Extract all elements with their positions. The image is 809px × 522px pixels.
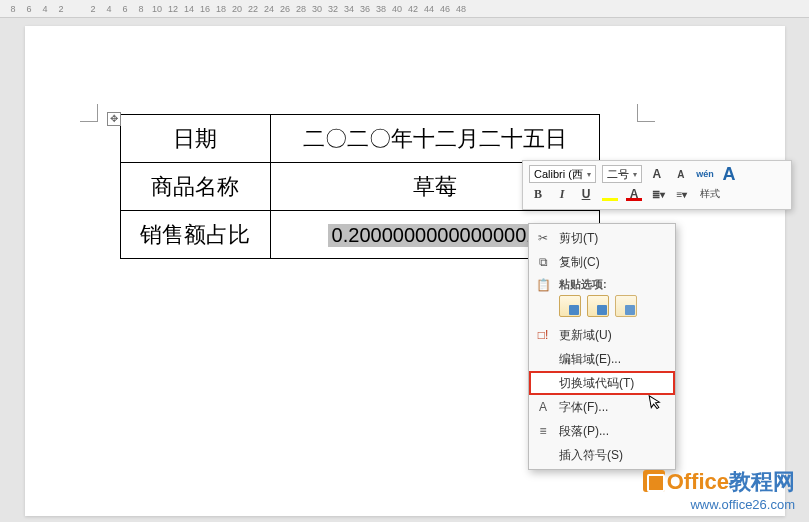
bold-button[interactable]: B [529,185,547,203]
increase-font-icon[interactable]: A [648,165,666,183]
table-row: 日期 二〇二〇年十二月二十五日 [120,115,599,163]
selected-field[interactable]: 0.20000000000000001 [328,224,542,247]
menu-label: 字体(F)... [559,399,608,416]
menu-copy[interactable]: ⧉ 复制(C) [529,250,675,274]
menu-edit-field[interactable]: 编辑域(E)... [529,347,675,371]
menu-label: 剪切(T) [559,230,598,247]
numbering-button[interactable]: ≡▾ [673,185,691,203]
underline-button[interactable]: U [577,185,595,203]
menu-label: 更新域(U) [559,327,612,344]
styles-button[interactable]: 样式 [697,187,723,201]
menu-label: 切换域代码(T) [559,375,634,392]
chevron-down-icon: ▾ [633,170,637,179]
phonetic-guide-icon[interactable]: wén [696,165,714,183]
menu-label: 插入符号(S) [559,447,623,464]
logo-icon [643,470,665,492]
menu-label: 段落(P)... [559,423,609,440]
watermark-text-1a: Office [667,469,729,494]
font-color-button[interactable]: A [625,185,643,203]
paste-options-label: 📋 粘贴选项: [529,274,675,293]
clipboard-icon: 📋 [535,277,551,293]
paragraph-icon: ≡ [535,423,551,439]
watermark-text-1b: 教程网 [729,469,795,494]
menu-paragraph[interactable]: ≡ 段落(P)... [529,419,675,443]
horizontal-ruler[interactable]: 8642246810121416182022242628303234363840… [0,0,809,18]
menu-update-field[interactable]: □! 更新域(U) [529,323,675,347]
cell-value[interactable]: 二〇二〇年十二月二十五日 [270,115,599,163]
update-field-icon: □! [535,327,551,343]
font-size-combo[interactable]: 二号▾ [602,165,642,183]
font-name-combo[interactable]: Calibri (西▾ [529,165,596,183]
paste-merge-icon[interactable] [587,295,609,317]
cell-label[interactable]: 销售额占比 [120,211,270,259]
highlight-color-button[interactable] [601,185,619,203]
menu-label: 复制(C) [559,254,600,271]
cell-label[interactable]: 日期 [120,115,270,163]
menu-label: 编辑域(E)... [559,351,621,368]
copy-icon: ⧉ [535,254,551,270]
menu-cut[interactable]: ✂ 剪切(T) [529,226,675,250]
margin-corner-tr [637,104,655,122]
context-menu: ✂ 剪切(T) ⧉ 复制(C) 📋 粘贴选项: □! 更新域(U) 编辑域(E)… [528,223,676,470]
menu-toggle-field-codes[interactable]: 切换域代码(T) [529,371,675,395]
paste-options-row [529,293,675,323]
decrease-font-icon[interactable]: A [672,165,690,183]
scissors-icon: ✂ [535,230,551,246]
bullets-button[interactable]: ≣▾ [649,185,667,203]
italic-button[interactable]: I [553,185,571,203]
watermark: Office教程网 www.office26.com [643,467,795,512]
margin-corner-tl [80,104,98,122]
table-anchor-icon[interactable]: ✥ [107,112,121,126]
watermark-url: www.office26.com [643,497,795,512]
chevron-down-icon: ▾ [587,170,591,179]
font-icon: A [535,399,551,415]
paste-keep-source-icon[interactable] [559,295,581,317]
cell-label[interactable]: 商品名称 [120,163,270,211]
format-painter-icon[interactable]: A [720,165,738,183]
menu-insert-symbol[interactable]: 插入符号(S) [529,443,675,467]
mini-toolbar: Calibri (西▾ 二号▾ A A wén A B I U A ≣▾ ≡▾ … [522,160,792,210]
paste-text-only-icon[interactable] [615,295,637,317]
